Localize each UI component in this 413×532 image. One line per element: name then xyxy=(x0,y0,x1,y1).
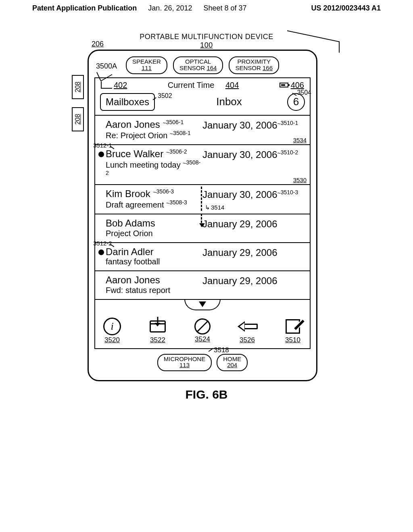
block-icon xyxy=(194,318,211,335)
unread-dot-icon xyxy=(98,152,104,157)
mail-row[interactable]: Bob AdamsProject OrionJanuary 29, 2006 xyxy=(95,214,310,243)
download-button[interactable]: 3522 xyxy=(149,318,167,344)
mail-row[interactable]: 3512-2Darin Adlerfantasy footballJanuary… xyxy=(95,243,310,272)
ref-3500A: 3500A xyxy=(96,62,117,71)
home-button-label: HOME 204 xyxy=(217,354,248,372)
ref-3514: ↳3514 xyxy=(205,204,224,211)
sender-name: Aaron Jones xyxy=(106,274,202,286)
sender-name: Darin Adler xyxy=(106,246,202,258)
ref-3520: 3520 xyxy=(103,336,121,344)
ref-3502: 3502 xyxy=(158,92,172,100)
mail-row[interactable]: Kim Brook ~3506-3Draft agreement ~3508-3… xyxy=(95,185,310,214)
subject-line: fantasy football xyxy=(106,257,202,266)
ref-206: 206 xyxy=(92,40,104,48)
reply-icon xyxy=(238,318,256,335)
sender-name: Kim Brook ~3506-3 xyxy=(106,188,202,200)
subject-line: Lunch meeting today ~3508-2 xyxy=(106,159,202,180)
compose-icon xyxy=(284,318,302,335)
mail-date: January 29, 2006 xyxy=(202,218,307,230)
unread-dot-icon xyxy=(98,249,104,255)
header-sheet: Sheet 8 of 37 xyxy=(203,4,246,12)
compose-button[interactable]: 3510 xyxy=(284,318,302,344)
device-outline: 208 208 3500A SPEAKER 111 OPTICAL SENSOR… xyxy=(88,50,317,381)
subject-line: Fwd: status report xyxy=(106,286,202,295)
mail-date: January 29, 2006 xyxy=(202,274,307,287)
header-date: Jan. 26, 2012 xyxy=(148,4,192,12)
ref-3510: 3510 xyxy=(284,336,302,344)
top-hardware-row: SPEAKER 111 OPTICAL SENSOR 164 PROXIMITY… xyxy=(94,56,311,74)
ref-row: 3534 xyxy=(293,137,307,143)
header-publication: Patent Application Publication xyxy=(32,4,137,12)
ref-406: 406 xyxy=(291,81,304,90)
figure-caption: FIG. 6B xyxy=(61,388,352,401)
nav-bar: Mailboxes 3502 Inbox 6 3504 xyxy=(95,91,310,116)
signal-icon xyxy=(101,81,112,89)
ref-3518: 3518 xyxy=(214,346,229,354)
side-button-208-top: 208 xyxy=(72,75,84,99)
more-tab[interactable] xyxy=(184,299,221,310)
ref-402: 402 xyxy=(114,81,127,90)
mail-date: January 30, 2006~3510-3 xyxy=(202,188,307,200)
ref-row: 3530 xyxy=(293,177,307,183)
ref-3526: 3526 xyxy=(238,336,256,344)
screen: 402 Current Time 404 406 Mailboxes 3502 … xyxy=(94,77,311,349)
mail-date: January 30, 2006~3510-2 xyxy=(202,148,307,160)
optical-sensor-label: OPTICAL SENSOR 164 xyxy=(173,56,223,74)
bottom-hardware-row: MICROPHONE 113 HOME 204 xyxy=(94,354,311,372)
ref-3524: 3524 xyxy=(194,335,211,343)
proximity-sensor-label: PROXIMITY SENSOR 166 xyxy=(229,56,279,74)
reply-button[interactable]: 3526 xyxy=(238,318,256,344)
status-bar: 402 Current Time 404 406 xyxy=(95,78,310,91)
toolbar: i 3520 3522 3524 3526 xyxy=(95,310,310,344)
mail-date: January 29, 2006 xyxy=(202,246,307,258)
mail-list: Aaron Jones ~3506-1Re: Project Orion ~35… xyxy=(95,116,310,300)
ref-unread-dot: 3512-2 xyxy=(93,240,112,247)
mail-date: January 30, 2006~3510-1 xyxy=(202,119,307,131)
battery-icon xyxy=(280,83,288,87)
figure: 206 PORTABLE MULTIFUNCTION DEVICE 100 20… xyxy=(61,33,352,401)
sender-name: Bob Adams xyxy=(106,218,202,229)
status-time: Current Time 404 xyxy=(127,81,279,90)
inbox-icon xyxy=(149,318,167,335)
inbox-title: Inbox xyxy=(171,96,287,108)
subject-line: Draft agreement ~3508-3 xyxy=(106,199,202,210)
block-button[interactable]: 3524 xyxy=(194,318,211,343)
info-button[interactable]: i 3520 xyxy=(103,318,121,344)
microphone-label: MICROPHONE 113 xyxy=(157,354,212,372)
info-icon: i xyxy=(103,318,121,335)
ref-3504: 3504 xyxy=(297,89,311,96)
mail-row[interactable]: 3512-1Bruce Walker ~3506-2Lunch meeting … xyxy=(95,145,310,185)
scroll-indicator-line xyxy=(201,187,202,211)
scroll-indicator-arrow xyxy=(201,214,202,227)
mail-row[interactable]: Aaron JonesFwd: status reportJanuary 29,… xyxy=(95,271,310,300)
document-header: Patent Application Publication Jan. 26, … xyxy=(0,0,413,17)
mailboxes-button[interactable]: Mailboxes xyxy=(100,93,155,111)
ref-unread-dot: 3512-1 xyxy=(93,142,112,149)
ref-3522: 3522 xyxy=(149,336,167,344)
side-button-208-bottom: 208 xyxy=(72,107,84,131)
speaker-label: SPEAKER 111 xyxy=(126,56,167,74)
subject-line: Project Orion xyxy=(106,229,202,238)
sender-name: Bruce Walker ~3506-2 xyxy=(106,148,202,160)
subject-line: Re: Project Orion ~3508-1 xyxy=(106,130,202,140)
header-pubno: US 2012/0023443 A1 xyxy=(311,4,381,12)
sender-name: Aaron Jones ~3506-1 xyxy=(106,119,202,130)
mail-row[interactable]: Aaron Jones ~3506-1Re: Project Orion ~35… xyxy=(95,116,310,145)
